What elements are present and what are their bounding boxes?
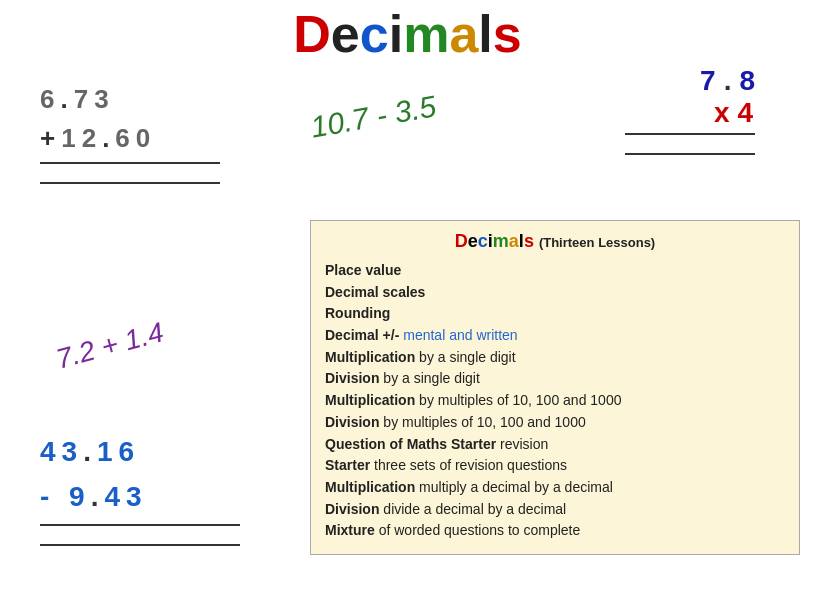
ib-title-e: e <box>468 231 478 251</box>
sub-r2-space <box>55 475 63 520</box>
add-r1-c2: 7 <box>74 80 88 119</box>
item-bold: Place value <box>325 262 401 278</box>
item-normal: of worded questions to complete <box>375 522 580 538</box>
item-normal: by a single digit <box>415 349 515 365</box>
sub-r1-dot: . <box>83 430 91 475</box>
page-title: Decimals <box>0 0 815 60</box>
ib-title-a: a <box>509 231 519 251</box>
list-item: Mixture of worded questions to complete <box>325 520 785 542</box>
title-letter-c: c <box>360 5 389 63</box>
title-letter-m: m <box>403 5 449 63</box>
mult-r1-8: 8 <box>739 65 755 97</box>
addition-row1: 6 . 7 3 <box>40 80 220 119</box>
item-normal: mental and written <box>399 327 517 343</box>
sub-row1: 4 3 . 1 6 <box>40 430 240 475</box>
item-bold: Mixture <box>325 522 375 538</box>
item-normal: by multiples of 10, 100 and 1000 <box>415 392 621 408</box>
multiplication-problem: 7 . 8 x 4 <box>625 65 755 155</box>
sub-r2-c3: 3 <box>126 475 142 520</box>
diagonal-sum-text: 7.2 + 1.4 <box>53 316 167 374</box>
list-item: Decimal scales <box>325 282 785 304</box>
diagonal-sum: 7.2 + 1.4 <box>53 316 167 375</box>
info-box-subtitle: (Thirteen Lessons) <box>539 235 655 250</box>
item-bold: Division <box>325 501 379 517</box>
ib-title-c: c <box>478 231 488 251</box>
item-bold: Division <box>325 370 379 386</box>
add-r1-c1: 6 <box>40 80 54 119</box>
addition-line <box>40 162 220 164</box>
title-letter-e: e <box>331 5 360 63</box>
sub-line <box>40 524 240 526</box>
item-normal: multiply a decimal by a decimal <box>415 479 613 495</box>
list-item: Starter three sets of revision questions <box>325 455 785 477</box>
item-normal: three sets of revision questions <box>370 457 567 473</box>
add-r2-c1: 1 <box>61 119 75 158</box>
subtraction-expression: 10.7 - 3.5 <box>310 100 437 134</box>
list-item: Division by a single digit <box>325 368 785 390</box>
item-normal: revision <box>496 436 548 452</box>
addition-result-line <box>40 182 220 184</box>
title-letter-i: i <box>389 5 403 63</box>
item-bold: Decimal scales <box>325 284 425 300</box>
list-item: Multiplication by multiples of 10, 100 a… <box>325 390 785 412</box>
title-letter-s: s <box>493 5 522 63</box>
mult-x4: x 4 <box>714 97 753 128</box>
info-box: Decimals (Thirteen Lessons) Place value … <box>310 220 800 555</box>
sub-r1-c3: 1 <box>97 430 113 475</box>
list-item: Multiplication by a single digit <box>325 347 785 369</box>
sub-r2-c1: 9 <box>69 475 85 520</box>
subtraction-text: 10.7 - 3.5 <box>308 89 439 144</box>
info-box-list: Place value Decimal scales Rounding Deci… <box>325 260 785 542</box>
title-letter-l: l <box>478 5 492 63</box>
add-r2-c3: 6 <box>115 119 129 158</box>
add-plus: + <box>40 119 55 158</box>
item-normal: by a single digit <box>379 370 479 386</box>
item-bold: Multiplication <box>325 392 415 408</box>
sub-result-line <box>40 544 240 546</box>
title-letter-D: D <box>293 5 331 63</box>
list-item: Rounding <box>325 303 785 325</box>
mult-r1-7: 7 <box>700 65 716 97</box>
sub-row2: - 9 . 4 3 <box>40 475 240 520</box>
ib-title-D: D <box>455 231 468 251</box>
mult-line <box>625 133 755 135</box>
list-item: Division by multiples of 10, 100 and 100… <box>325 412 785 434</box>
ib-title-s: s <box>524 231 534 251</box>
list-item: Division divide a decimal by a decimal <box>325 499 785 521</box>
addition-problem: 6 . 7 3 + 1 2 . 6 0 <box>40 80 220 184</box>
item-bold: Multiplication <box>325 479 415 495</box>
add-r2-dot: . <box>102 119 109 158</box>
sub-r2-c2: 4 <box>104 475 120 520</box>
sub-r2-dot: . <box>91 475 99 520</box>
item-bold: Question of Maths Starter <box>325 436 496 452</box>
mult-result-line <box>625 153 755 155</box>
list-item: Multiplication multiply a decimal by a d… <box>325 477 785 499</box>
add-r1-dot: . <box>60 80 67 119</box>
add-r2-c4: 0 <box>136 119 150 158</box>
item-normal: by multiples of 10, 100 and 1000 <box>379 414 585 430</box>
addition-row2: + 1 2 . 6 0 <box>40 119 220 158</box>
item-normal: divide a decimal by a decimal <box>379 501 566 517</box>
item-bold: Division <box>325 414 379 430</box>
add-r1-c3: 3 <box>94 80 108 119</box>
ib-title-m: m <box>493 231 509 251</box>
mult-row1: 7 . 8 <box>625 65 755 97</box>
item-bold: Rounding <box>325 305 390 321</box>
mult-row2: x 4 <box>625 97 755 129</box>
info-box-title: Decimals (Thirteen Lessons) <box>325 231 785 252</box>
sub-r1-c4: 6 <box>119 430 135 475</box>
item-bold: Decimal +/- <box>325 327 399 343</box>
add-r2-c2: 2 <box>82 119 96 158</box>
mult-r1-dot: . <box>724 65 732 97</box>
list-item: Place value <box>325 260 785 282</box>
list-item: Decimal +/- mental and written <box>325 325 785 347</box>
sub-minus: - <box>40 475 49 520</box>
sub-r1-c2: 3 <box>62 430 78 475</box>
title-letter-a: a <box>449 5 478 63</box>
sub-r1-c1: 4 <box>40 430 56 475</box>
list-item: Question of Maths Starter revision <box>325 434 785 456</box>
item-bold: Multiplication <box>325 349 415 365</box>
subtraction-problem: 4 3 . 1 6 - 9 . 4 3 <box>40 430 240 546</box>
item-bold: Starter <box>325 457 370 473</box>
